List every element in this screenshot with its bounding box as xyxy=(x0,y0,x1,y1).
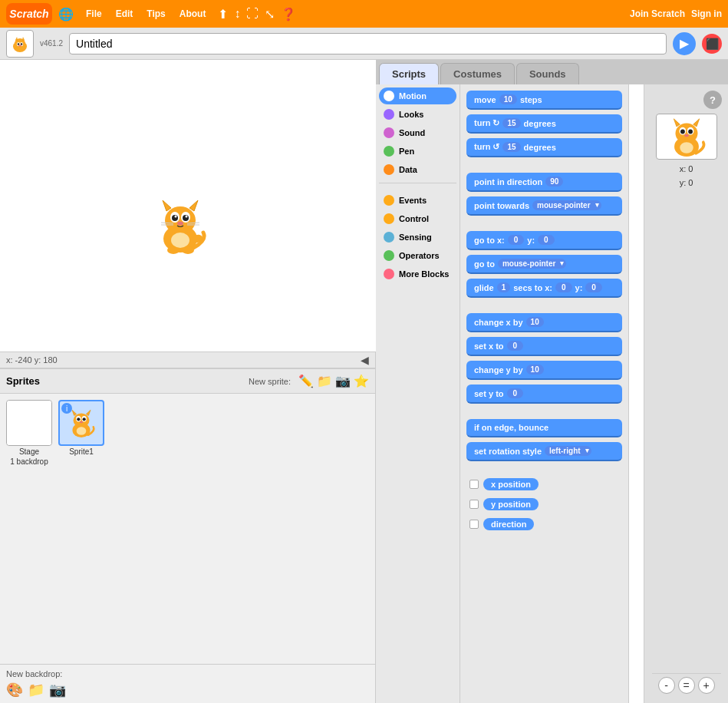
camera-sprite-icon[interactable]: 📷 xyxy=(335,374,351,388)
sprite-info-icon[interactable]: i xyxy=(61,403,72,414)
block-y-position-row: y position xyxy=(466,497,622,512)
tips-menu-item[interactable]: Tips xyxy=(140,7,171,21)
block-set-x[interactable]: set x to 0 xyxy=(466,337,622,356)
expand-stage-button[interactable]: ◀ xyxy=(361,354,369,366)
direction-checkbox[interactable] xyxy=(469,520,479,529)
data-dot xyxy=(384,164,394,175)
svg-marker-7 xyxy=(15,37,18,41)
control-dot xyxy=(384,213,394,224)
direction-block[interactable]: direction xyxy=(483,518,534,530)
block-turn-cw[interactable]: turn ↻ 15 degrees xyxy=(466,114,622,134)
svg-point-36 xyxy=(80,421,83,424)
block-go-to-xy[interactable]: go to x: 0 y: 0 xyxy=(466,231,622,250)
help-circle-icon[interactable]: ❓ xyxy=(281,7,296,21)
sprites-label: Sprites xyxy=(6,375,249,387)
svg-point-4 xyxy=(18,43,20,45)
category-looks[interactable]: Looks xyxy=(379,106,456,123)
category-sensing[interactable]: Sensing xyxy=(379,229,456,246)
block-gap-3 xyxy=(466,302,622,309)
camera-backdrop-icon[interactable]: 📷 xyxy=(49,682,66,698)
tab-scripts[interactable]: Scripts xyxy=(379,63,439,84)
zoom-out-button[interactable]: - xyxy=(658,677,675,694)
file-menu-item[interactable]: File xyxy=(80,7,108,21)
category-sound[interactable]: Sound xyxy=(379,124,456,141)
svg-point-19 xyxy=(177,222,183,226)
block-set-y[interactable]: set y to 0 xyxy=(466,385,622,404)
category-pen[interactable]: Pen xyxy=(379,143,456,160)
zoom-reset-button[interactable]: = xyxy=(678,677,695,694)
block-set-rotation-style[interactable]: set rotation style left-right xyxy=(466,442,622,461)
compress-icon[interactable]: ⤡ xyxy=(265,7,275,21)
about-menu-item[interactable]: About xyxy=(173,7,212,21)
block-if-on-edge-bounce[interactable]: if on edge, bounce xyxy=(466,419,622,437)
stage-canvas[interactable] xyxy=(0,60,376,352)
category-data[interactable]: Data xyxy=(379,161,456,178)
block-point-towards[interactable]: point towards mouse-pointer xyxy=(466,196,622,216)
upload-backdrop-icon[interactable]: 📁 xyxy=(28,682,44,698)
category-data-label: Data xyxy=(399,165,417,174)
sprite1-thumbnail[interactable]: i xyxy=(58,400,104,446)
paint-backdrop-icon[interactable]: 🎨 xyxy=(6,682,23,698)
svg-point-34 xyxy=(77,418,80,421)
upload-sprite-icon[interactable]: 📁 xyxy=(317,374,332,388)
active-sprite-thumbnail xyxy=(6,30,34,58)
join-scratch-link[interactable]: Join Scratch xyxy=(630,8,685,19)
category-control[interactable]: Control xyxy=(379,210,456,227)
script-canvas[interactable] xyxy=(629,84,644,703)
svg-marker-30 xyxy=(72,410,77,415)
swap-icon[interactable]: ↕ xyxy=(234,7,240,21)
x-position-checkbox[interactable] xyxy=(469,480,479,489)
svg-marker-41 xyxy=(693,119,699,127)
pen-dot xyxy=(384,146,394,157)
edit-menu-item[interactable]: Edit xyxy=(110,7,140,21)
category-motion-label: Motion xyxy=(399,91,427,101)
category-looks-label: Looks xyxy=(399,110,423,119)
star-sprite-icon[interactable]: ⭐ xyxy=(354,374,369,388)
stop-button[interactable]: ⬛ xyxy=(702,34,722,54)
block-go-to[interactable]: go to mouse-pointer xyxy=(466,255,622,274)
scratch-logo[interactable]: Scratch xyxy=(6,3,52,25)
project-toolbar: v461.2 ▶ ⬛ xyxy=(0,28,728,60)
upload-icon[interactable]: ⬆ xyxy=(218,7,228,21)
help-button[interactable]: ? xyxy=(703,91,722,109)
new-backdrop-label: New backdrop: xyxy=(6,669,369,678)
sprite-thumbnail-cat xyxy=(8,34,31,54)
x-position-block[interactable]: x position xyxy=(483,478,539,490)
sound-dot xyxy=(384,127,394,138)
category-events[interactable]: Events xyxy=(379,192,456,209)
top-navigation-bar: Scratch 🌐 File Edit Tips About ⬆ ↕ ⛶ ⤡ ❓… xyxy=(0,0,728,28)
block-glide[interactable]: glide 1 secs to x: 0 y: 0 xyxy=(466,279,622,298)
category-operators[interactable]: Operators xyxy=(379,247,456,264)
more-dot xyxy=(384,269,394,279)
stage-thumbnail[interactable] xyxy=(6,400,52,446)
y-position-block[interactable]: y position xyxy=(483,498,539,510)
category-more[interactable]: More Blocks xyxy=(379,266,456,282)
block-change-y[interactable]: change y by 10 xyxy=(466,361,622,380)
globe-icon[interactable]: 🌐 xyxy=(58,7,74,21)
backdrop-icons: 🎨 📁 📷 xyxy=(6,682,369,698)
sign-in-link[interactable]: Sign in xyxy=(691,8,722,19)
sprite1-label: Sprite1 xyxy=(69,447,94,456)
block-move-steps[interactable]: move 10 steps xyxy=(466,91,622,110)
svg-point-47 xyxy=(680,142,693,153)
fullscreen-icon[interactable]: ⛶ xyxy=(246,7,259,21)
new-backdrop-section: New backdrop: 🎨 📁 📷 xyxy=(0,664,375,703)
y-position-checkbox[interactable] xyxy=(469,500,479,509)
category-sensing-label: Sensing xyxy=(399,233,432,242)
green-flag-button[interactable]: ▶ xyxy=(673,32,696,55)
block-turn-ccw[interactable]: turn ↺ 15 degrees xyxy=(466,138,622,157)
scripts-area: Scripts Costumes Sounds Motion Looks Sou… xyxy=(376,60,728,703)
block-change-x[interactable]: change x by 10 xyxy=(466,313,622,332)
tab-sounds[interactable]: Sounds xyxy=(516,63,579,84)
category-motion[interactable]: Motion xyxy=(379,87,456,104)
cat-sprite[interactable] xyxy=(142,194,219,256)
motion-dot xyxy=(384,91,394,101)
paint-new-sprite-icon[interactable]: ✏️ xyxy=(298,374,314,388)
project-title-input[interactable] xyxy=(69,33,667,54)
block-x-position-row: x position xyxy=(466,477,622,492)
zoom-controls: - = + xyxy=(652,673,721,697)
zoom-in-button[interactable]: + xyxy=(698,677,715,694)
tab-costumes[interactable]: Costumes xyxy=(440,63,515,84)
sprite-info-cat-image xyxy=(657,114,716,159)
block-point-direction[interactable]: point in direction 90 xyxy=(466,173,622,192)
